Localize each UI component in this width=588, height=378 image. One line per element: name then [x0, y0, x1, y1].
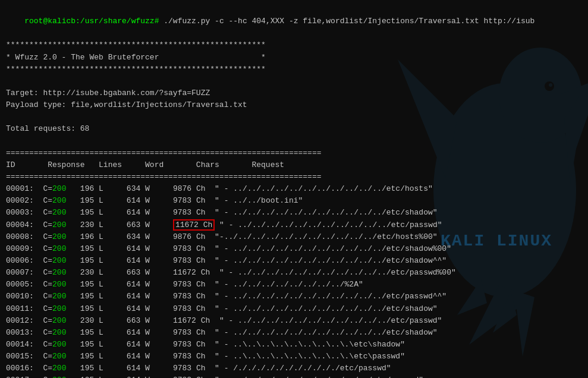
row-response-prefix: C=	[43, 316, 52, 325]
row-lines: 195 L	[66, 244, 126, 253]
row-chars: 9783 Ch	[173, 196, 215, 205]
row-lines: 195 L	[66, 340, 126, 349]
blank-line-3	[6, 136, 582, 147]
row-request: " - ../../../../../../../../../../../etc…	[215, 328, 437, 337]
terminal-output: root@kalicb:/usr/share/wfuzz# ./wfuzz.py…	[0, 0, 588, 378]
table-row: 00014: C=200 195 L 614 W 9783 Ch " - ..\…	[6, 339, 582, 351]
row-response-prefix: C=	[43, 340, 52, 349]
row-word: 614 W	[127, 328, 173, 337]
row-chars: 9783 Ch	[173, 208, 215, 217]
row-lines: 195 L	[66, 304, 126, 313]
row-id: 00009:	[6, 244, 43, 253]
row-word: 663 W	[127, 268, 173, 277]
row-chars: 9783 Ch	[173, 256, 215, 265]
row-lines: 195 L	[66, 364, 126, 373]
row-id: 00017:	[6, 376, 43, 378]
row-response-prefix: C=	[43, 244, 52, 253]
table-row: 00010: C=200 195 L 614 W 9783 Ch " - ../…	[6, 291, 582, 303]
row-request: " - ../../../../../../../../../../../etc…	[215, 304, 437, 313]
row-response-prefix: C=	[43, 376, 52, 378]
command-text: ./wfuzz.py -c --hc 404,XXX -z file,wordl…	[159, 17, 534, 26]
blank-line-1	[6, 75, 582, 87]
row-id: 00005:	[6, 280, 43, 289]
table-row: 00003: C=200 195 L 614 W 9783 Ch " - ../…	[6, 207, 582, 219]
total-requests: Total requests: 68	[6, 123, 582, 135]
row-lines: 195 L	[66, 292, 126, 301]
row-status-code: 200	[52, 328, 66, 337]
row-word: 614 W	[127, 292, 173, 301]
row-response-prefix: C=	[43, 352, 52, 361]
row-chars: 9876 Ch	[173, 184, 215, 193]
row-id: 00016:	[6, 364, 43, 373]
row-chars: 9783 Ch	[173, 292, 215, 301]
row-status-code: 200	[52, 208, 66, 217]
row-request: " - ../../../../../../../../../../etc/pa…	[215, 376, 423, 378]
row-id: 00011:	[6, 304, 43, 313]
equals-bottom: ========================================…	[6, 171, 582, 183]
table-row: 00017: C=200 195 L 614 W 9783 Ch " - ../…	[6, 374, 582, 378]
banner-line1: * Wfuzz 2.0 - The Web Bruteforcer *	[6, 52, 582, 64]
row-word: 614 W	[127, 208, 173, 217]
row-lines: 196 L	[66, 184, 126, 193]
table-row: 00007: C=200 230 L 663 W 11672 Ch " - ..…	[6, 267, 582, 279]
table-row: 00005: C=200 195 L 614 W 9783 Ch " - ../…	[6, 279, 582, 291]
row-word: 614 W	[127, 376, 173, 378]
row-id: 00003:	[6, 208, 43, 217]
row-id: 00001:	[6, 184, 43, 193]
table-row: 00004: C=200 230 L 663 W 11672 Ch " - ..…	[6, 219, 582, 231]
row-request: " - ../../boot.ini"	[215, 196, 303, 205]
row-status-code: 200	[52, 244, 66, 253]
row-lines: 195 L	[66, 328, 126, 337]
row-request: " - ../../../../../../../../../../../etc…	[219, 268, 456, 277]
table-row: 00015: C=200 195 L 614 W 9783 Ch " - ..\…	[6, 351, 582, 363]
row-id: 00015:	[6, 352, 43, 361]
table-row: 00008: C=200 196 L 634 W 9876 Ch "-../..…	[6, 231, 582, 243]
separator-bottom: ****************************************…	[6, 64, 582, 75]
row-response-prefix: C=	[43, 220, 52, 229]
prompt-line: root@kalicb:/usr/share/wfuzz# ./wfuzz.py…	[6, 4, 582, 39]
row-status-code: 200	[52, 292, 66, 301]
row-request: " - ../../../../../../../../../../../etc…	[219, 220, 442, 229]
row-request: " - ../../../../../../../../../../../etc…	[215, 256, 446, 265]
row-chars-highlighted: 11672 Ch	[173, 219, 219, 231]
row-word: 634 W	[127, 232, 173, 241]
row-id: 00006:	[6, 256, 43, 265]
row-chars: 9783 Ch	[173, 364, 215, 373]
row-word: 663 W	[127, 220, 173, 229]
row-lines: 230 L	[66, 268, 126, 277]
row-lines: 195 L	[66, 280, 126, 289]
row-status-code: 200	[52, 256, 66, 265]
row-lines: 195 L	[66, 352, 126, 361]
row-word: 614 W	[127, 196, 173, 205]
separator-top: ****************************************…	[6, 39, 582, 51]
row-chars: 11672 Ch	[173, 268, 219, 277]
row-status-code: 200	[52, 340, 66, 349]
row-chars: 9783 Ch	[173, 328, 215, 337]
row-word: 614 W	[127, 280, 173, 289]
row-status-code: 200	[52, 196, 66, 205]
row-request: " - ../../../../../../../../../../../etc…	[215, 292, 446, 301]
row-id: 00012:	[6, 316, 43, 325]
row-id: 00013:	[6, 328, 43, 337]
row-id: 00004:	[6, 220, 43, 229]
table-row: 00012: C=200 230 L 663 W 11672 Ch " - ..…	[6, 315, 582, 327]
row-response-prefix: C=	[43, 364, 52, 373]
equals-top: ========================================…	[6, 147, 582, 159]
row-id: 00014:	[6, 340, 43, 349]
row-chars: 9783 Ch	[173, 244, 215, 253]
row-status-code: 200	[52, 232, 66, 241]
row-lines: 230 L	[66, 316, 126, 325]
row-status-code: 200	[52, 376, 66, 378]
blank-line-2	[6, 111, 582, 123]
table-row: 00013: C=200 195 L 614 W 9783 Ch " - ../…	[6, 327, 582, 339]
row-lines: 196 L	[66, 232, 126, 241]
row-chars: 9783 Ch	[173, 352, 215, 361]
row-status-code: 200	[52, 304, 66, 313]
row-word: 634 W	[127, 184, 173, 193]
row-chars: 11672 Ch	[173, 316, 219, 325]
row-request: " - ../../../../../../../../%2A"	[215, 280, 363, 289]
row-chars: 9783 Ch	[173, 376, 215, 378]
row-response-prefix: C=	[43, 256, 52, 265]
row-request: " - ../../../../../../../../../../../etc…	[215, 244, 451, 253]
table-row: 00011: C=200 195 L 614 W 9783 Ch " - ../…	[6, 303, 582, 315]
